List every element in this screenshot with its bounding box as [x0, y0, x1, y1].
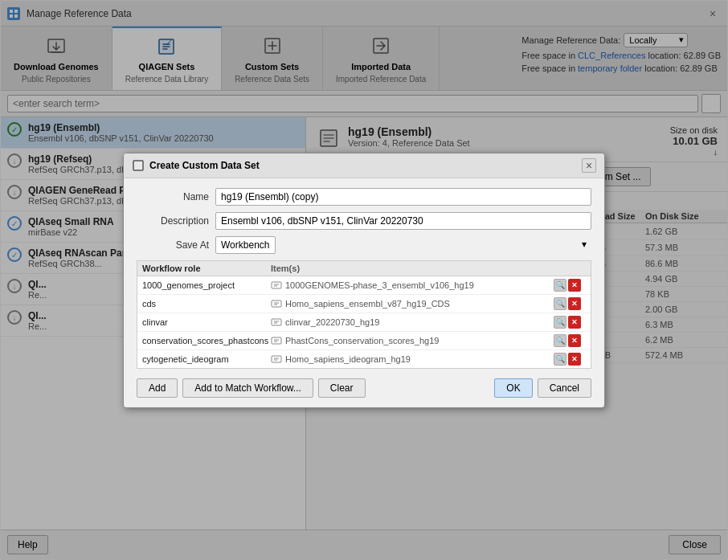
- svg-rect-14: [272, 337, 281, 344]
- svg-rect-10: [133, 161, 143, 170]
- description-label: Description: [137, 215, 209, 227]
- search-item-button[interactable]: 🔍: [554, 353, 566, 366]
- mt-col-header-role: Workflow role: [142, 264, 271, 273]
- add-to-match-workflow-button[interactable]: Add to Match Workflow...: [182, 378, 313, 398]
- modal-table-row: cytogenetic_ideogram Homo_sapiens_ideogr…: [137, 350, 591, 368]
- delete-item-button[interactable]: ✕: [568, 353, 581, 366]
- search-item-button[interactable]: 🔍: [554, 334, 566, 347]
- svg-rect-13: [272, 319, 281, 325]
- modal-body: Name Description Save At Workbench: [124, 178, 604, 407]
- delete-item-button[interactable]: ✕: [568, 316, 581, 329]
- modal-table-row: conservation_scores_phastcons PhastCons_…: [137, 332, 591, 350]
- save-at-row: Save At Workbench: [137, 236, 591, 254]
- modal-overlay: Create Custom Data Set × Name Descriptio…: [1, 1, 727, 559]
- name-input[interactable]: [215, 188, 591, 206]
- description-row: Description: [137, 212, 591, 230]
- svg-rect-12: [272, 300, 281, 307]
- search-item-button[interactable]: 🔍: [554, 297, 566, 310]
- delete-item-button[interactable]: ✕: [568, 297, 581, 310]
- save-at-select[interactable]: Workbench: [215, 236, 276, 254]
- main-window: Manage Reference Data × Download Genomes…: [0, 0, 728, 560]
- name-label: Name: [137, 191, 209, 202]
- search-item-button[interactable]: 🔍: [554, 316, 566, 329]
- modal-table-row: clinvar clinvar_20220730_hg19 🔍 ✕: [137, 313, 591, 332]
- modal-table-container: Workflow role Item(s) 1000_genomes_proje…: [137, 260, 591, 369]
- modal-title: Create Custom Data Set: [149, 160, 582, 171]
- delete-item-button[interactable]: ✕: [568, 279, 581, 292]
- search-item-button[interactable]: 🔍: [554, 279, 566, 292]
- cancel-button[interactable]: Cancel: [538, 378, 591, 398]
- mt-col-header-items: Item(s): [271, 264, 554, 273]
- clear-button[interactable]: Clear: [318, 378, 366, 398]
- svg-rect-11: [272, 282, 281, 288]
- save-at-label: Save At: [137, 239, 209, 251]
- name-row: Name: [137, 188, 591, 206]
- svg-rect-15: [272, 356, 281, 362]
- ok-button[interactable]: OK: [494, 378, 532, 398]
- create-custom-dataset-modal: Create Custom Data Set × Name Descriptio…: [123, 153, 605, 408]
- delete-item-button[interactable]: ✕: [568, 334, 581, 347]
- modal-table-row: 1000_genomes_project 1000GENOMES-phase_3…: [137, 276, 591, 295]
- modal-table-body: 1000_genomes_project 1000GENOMES-phase_3…: [137, 276, 591, 369]
- modal-bottom-row: Add Add to Match Workflow... Clear OK Ca…: [137, 375, 591, 398]
- description-input[interactable]: [215, 212, 591, 230]
- modal-table-header: Workflow role Item(s): [137, 260, 591, 276]
- modal-table-row: cds Homo_sapiens_ensembl_v87_hg19_CDS 🔍 …: [137, 295, 591, 313]
- modal-close-button[interactable]: ×: [582, 158, 596, 173]
- add-button[interactable]: Add: [137, 378, 178, 398]
- modal-titlebar: Create Custom Data Set ×: [124, 153, 604, 178]
